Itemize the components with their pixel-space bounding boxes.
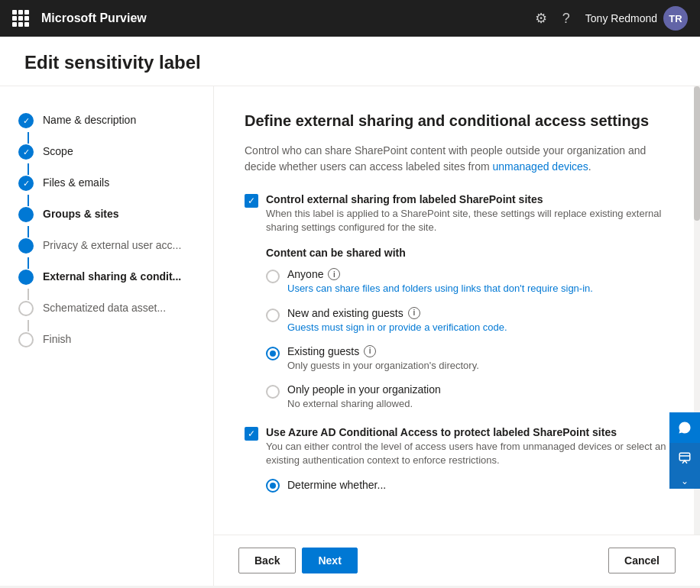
radio-new-existing: New and existing guests i Guests must si… — [266, 307, 669, 334]
step-inactive-icon — [18, 301, 34, 316]
radio-existing-guests: Existing guests i Only guests in your or… — [266, 345, 669, 373]
new-existing-info-icon[interactable]: i — [408, 307, 420, 319]
radio-existing-guests-labels: Existing guests i Only guests in your or… — [287, 345, 479, 373]
sidebar-label: Finish — [43, 331, 71, 347]
step-completed-icon: ✓ — [18, 144, 34, 160]
page-header: Edit sensitivity label — [0, 37, 700, 86]
step-completed-icon: ✓ — [18, 113, 34, 128]
step-active-icon — [18, 270, 34, 285]
app-grid-icon[interactable] — [12, 10, 29, 27]
settings-icon[interactable]: ⚙ — [535, 10, 547, 27]
control-sharepoint-label-group: Control external sharing from labeled Sh… — [266, 193, 669, 234]
azure-partial-radio-row: Determine whether... — [266, 477, 669, 493]
radio-existing-guests-sublabel: Only guests in your organization's direc… — [287, 359, 479, 373]
float-feedback-icon[interactable] — [669, 443, 700, 473]
radio-only-org-input[interactable] — [266, 385, 280, 399]
page-title: Edit sensitivity label — [24, 52, 676, 73]
existing-guests-info-icon[interactable]: i — [364, 345, 376, 357]
scrollbar-thumb[interactable] — [694, 86, 700, 221]
sidebar-item-scope[interactable]: ✓ Scope — [0, 136, 213, 167]
action-bar: Back Next Cancel — [214, 535, 700, 586]
sidebar-label: Groups & sites — [43, 206, 119, 222]
control-sharepoint-sublabel: When this label is applied to a SharePoi… — [266, 207, 669, 234]
step-active-icon — [18, 238, 34, 254]
cancel-button[interactable]: Cancel — [608, 548, 676, 573]
back-button[interactable]: Back — [238, 548, 296, 573]
radio-anyone-labels: Anyone i Users can share files and folde… — [287, 268, 593, 296]
sidebar-label: Schematized data asset... — [43, 300, 166, 316]
sidebar-item-privacy[interactable]: Privacy & external user acc... — [0, 230, 213, 261]
help-icon[interactable]: ? — [562, 11, 570, 27]
azure-partial-text: Determine whether... — [287, 479, 386, 491]
topbar: Microsoft Purview ⚙ ? Tony Redmond TR — [0, 0, 700, 37]
azure-radio-input[interactable] — [266, 479, 280, 493]
float-chevron-icon[interactable]: ⌄ — [669, 473, 700, 489]
main-layout: ✓ Name & description ✓ Scope ✓ Files & e… — [0, 86, 700, 586]
unmanaged-link[interactable]: unmanaged devices — [493, 160, 588, 173]
checkmark-icon: ✓ — [248, 429, 255, 438]
control-sharepoint-label: Control external sharing from labeled Sh… — [266, 193, 669, 205]
sidebar-item-schematized[interactable]: Schematized data asset... — [0, 292, 213, 324]
azure-ad-label-group: Use Azure AD Conditional Access to prote… — [266, 426, 669, 467]
sharing-radio-group: Anyone i Users can share files and folde… — [266, 268, 669, 411]
radio-only-org-text: Only people in your organization — [287, 383, 441, 396]
avatar: TR — [663, 6, 688, 31]
radio-only-org-labels: Only people in your organization No exte… — [287, 383, 441, 411]
azure-ad-checkbox[interactable]: ✓ — [245, 427, 258, 441]
next-button[interactable]: Next — [302, 548, 357, 573]
sidebar: ✓ Name & description ✓ Scope ✓ Files & e… — [0, 86, 214, 586]
radio-new-existing-sublabel: Guests must sign in or provide a verific… — [287, 321, 507, 334]
float-chat-icon[interactable] — [669, 412, 700, 443]
sidebar-item-name-desc[interactable]: ✓ Name & description — [0, 105, 213, 136]
control-sharepoint-checkbox[interactable]: ✓ — [245, 194, 258, 208]
sidebar-item-files-emails[interactable]: ✓ Files & emails — [0, 167, 213, 199]
azure-ad-label: Use Azure AD Conditional Access to prote… — [266, 426, 669, 438]
step-active-icon — [18, 207, 34, 222]
radio-only-org-sublabel: No external sharing allowed. — [287, 397, 441, 411]
radio-only-org-label-row: Only people in your organization — [287, 383, 441, 396]
radio-anyone-text: Anyone — [287, 268, 323, 280]
radio-existing-guests-text: Existing guests — [287, 345, 359, 357]
radio-anyone-label-row: Anyone i — [287, 268, 593, 280]
radio-new-existing-label-row: New and existing guests i — [287, 307, 507, 319]
topbar-icons: ⚙ ? Tony Redmond TR — [535, 6, 688, 31]
sidebar-label: Privacy & external user acc... — [43, 237, 181, 254]
step-completed-icon: ✓ — [18, 176, 34, 191]
radio-existing-guests-input[interactable] — [266, 347, 280, 360]
anyone-info-icon[interactable]: i — [328, 268, 340, 280]
radio-new-existing-text: New and existing guests — [287, 307, 403, 319]
sidebar-item-finish[interactable]: Finish — [0, 324, 213, 355]
radio-anyone: Anyone i Users can share files and folde… — [266, 268, 669, 296]
shared-with-label: Content can be shared with — [266, 247, 669, 259]
app-title: Microsoft Purview — [41, 11, 523, 25]
radio-existing-guests-label-row: Existing guests i — [287, 345, 479, 357]
content-wrapper: Define external sharing and conditional … — [214, 86, 700, 586]
floating-buttons: ⌄ — [669, 412, 700, 489]
sidebar-item-groups-sites[interactable]: Groups & sites — [0, 199, 213, 230]
content-area: Define external sharing and conditional … — [214, 86, 700, 535]
radio-only-org: Only people in your organization No exte… — [266, 383, 669, 411]
radio-anyone-sublabel: Users can share files and folders using … — [287, 282, 593, 296]
sidebar-label: Scope — [43, 144, 73, 160]
azure-ad-sublabel: You can either control the level of acce… — [266, 440, 669, 467]
azure-ad-row: ✓ Use Azure AD Conditional Access to pro… — [245, 426, 669, 467]
step-inactive-icon — [18, 332, 34, 347]
radio-new-existing-input[interactable] — [266, 309, 280, 322]
checkmark-icon: ✓ — [248, 196, 255, 205]
section-title: Define external sharing and conditional … — [245, 111, 669, 131]
radio-new-existing-labels: New and existing guests i Guests must si… — [287, 307, 507, 334]
section-description: Control who can share SharePoint content… — [245, 143, 669, 175]
user-menu[interactable]: Tony Redmond TR — [585, 6, 688, 31]
user-name: Tony Redmond — [585, 12, 657, 24]
sidebar-label: External sharing & condit... — [43, 269, 181, 285]
control-sharepoint-row: ✓ Control external sharing from labeled … — [245, 193, 669, 234]
radio-anyone-input[interactable] — [266, 270, 280, 283]
sidebar-label: Files & emails — [43, 175, 109, 191]
sidebar-item-external-sharing[interactable]: External sharing & condit... — [0, 261, 213, 292]
azure-partial-label: Determine whether... — [287, 479, 386, 491]
svg-rect-0 — [679, 453, 690, 460]
azure-ad-section: ✓ Use Azure AD Conditional Access to pro… — [245, 426, 669, 507]
sidebar-label: Name & description — [43, 112, 136, 128]
